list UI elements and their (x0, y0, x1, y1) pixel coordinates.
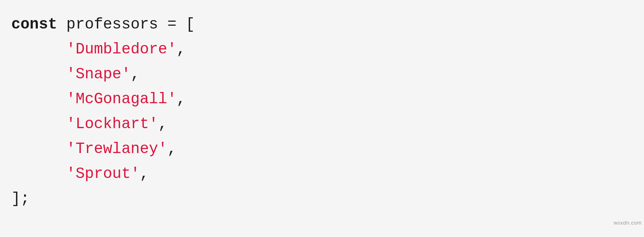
string-literal: 'Trewlaney' (66, 140, 167, 157)
comma: , (167, 140, 177, 157)
string-literal: 'Lockhart' (66, 115, 158, 133)
indent (11, 65, 66, 83)
code-block: const professors = [ 'Dumbledore', 'Snap… (0, 0, 644, 237)
comma: , (176, 41, 186, 58)
code-line: 'McGonagall', (11, 90, 186, 108)
string-literal: 'Dumbledore' (66, 41, 177, 58)
code-line: ]; (11, 190, 30, 207)
string-literal: 'Snape' (66, 65, 131, 83)
indent (11, 90, 66, 108)
declaration-rest: professors = [ (57, 16, 195, 33)
comma: , (130, 65, 140, 83)
indent (11, 115, 66, 133)
code-line: 'Snape', (11, 65, 140, 83)
code-line: 'Lockhart', (11, 115, 167, 133)
keyword-const: const (11, 16, 57, 33)
string-literal: 'Sprout' (66, 165, 140, 182)
code-line: const professors = [ (11, 16, 195, 33)
code-line: 'Dumbledore', (11, 41, 186, 58)
code-line: 'Trewlaney', (11, 140, 176, 157)
indent (11, 41, 66, 58)
string-literal: 'McGonagall' (66, 90, 177, 108)
array-close: ]; (11, 190, 30, 207)
comma: , (176, 90, 186, 108)
comma: , (158, 115, 167, 133)
comma: , (140, 165, 149, 182)
indent (11, 140, 66, 157)
code-line: 'Sprout', (11, 165, 149, 182)
watermark: wsxdn.com (613, 210, 642, 235)
indent (11, 165, 66, 182)
